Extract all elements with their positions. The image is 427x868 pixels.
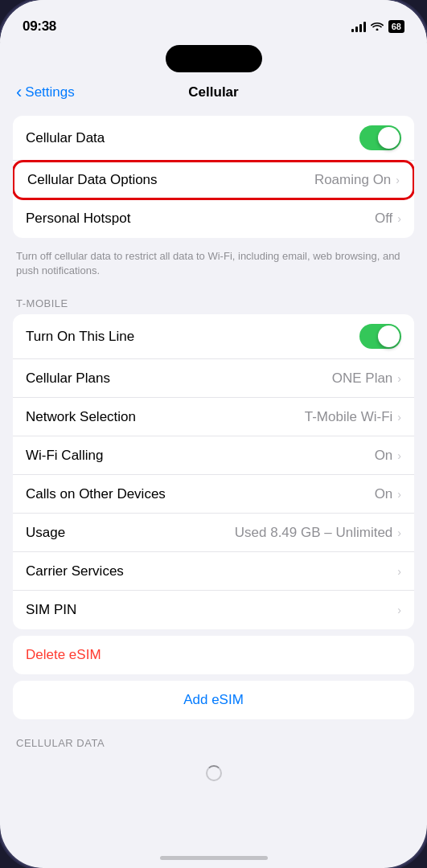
carrier-services-value: ›: [396, 565, 401, 578]
chevron-icon: ›: [397, 212, 401, 225]
top-settings-group: Cellular Data Cellular Data Options Roam…: [13, 116, 414, 238]
chevron-icon: ›: [397, 488, 401, 501]
home-indicator: [160, 856, 268, 860]
cellular-plans-row[interactable]: Cellular Plans ONE Plan ›: [13, 359, 414, 398]
cellular-plans-label: Cellular Plans: [26, 371, 332, 387]
loading-spinner: [206, 765, 222, 781]
toggle-knob: [378, 326, 400, 347]
sim-pin-label: SIM PIN: [26, 602, 396, 618]
chevron-icon: ›: [397, 565, 401, 578]
chevron-icon: ›: [397, 372, 401, 385]
chevron-icon: ›: [397, 604, 401, 616]
carrier-services-row[interactable]: Carrier Services ›: [13, 552, 414, 591]
phone-frame: 09:38 68: [0, 0, 427, 868]
toggle-knob: [378, 127, 400, 149]
personal-hotspot-value: Off ›: [375, 211, 401, 227]
chevron-icon: ›: [396, 174, 400, 186]
signal-icon: [351, 22, 366, 32]
chevron-icon: ›: [397, 411, 401, 424]
cellular-data-options-value: Roaming On ›: [314, 172, 400, 188]
turn-on-line-toggle[interactable]: [359, 324, 401, 349]
wifi-icon: [371, 20, 384, 33]
back-chevron-icon: ‹: [16, 82, 22, 103]
cellular-data-options-label: Cellular Data Options: [27, 172, 314, 188]
network-selection-label: Network Selection: [26, 409, 305, 425]
back-button[interactable]: ‹ Settings: [16, 82, 75, 103]
dynamic-island: [166, 45, 262, 72]
delete-esim-row[interactable]: Delete eSIM: [13, 636, 414, 674]
battery-icon: 68: [388, 20, 404, 33]
usage-label: Usage: [26, 525, 235, 541]
sim-pin-row[interactable]: SIM PIN ›: [13, 591, 414, 629]
sim-pin-value: ›: [396, 604, 401, 616]
phone-screen: 09:38 68: [0, 0, 427, 868]
calls-other-devices-label: Calls on Other Devices: [26, 486, 375, 502]
carrier-services-label: Carrier Services: [26, 563, 396, 579]
usage-row[interactable]: Usage Used 8.49 GB – Unlimited ›: [13, 514, 414, 552]
cellular-data-toggle[interactable]: [359, 125, 401, 150]
add-esim-row[interactable]: Add eSIM: [13, 681, 414, 719]
calls-other-devices-value: On ›: [375, 486, 401, 502]
cellular-data-label: Cellular Data: [26, 130, 359, 146]
tmobile-settings-group: Turn On This Line Cellular Plans ONE Pla…: [13, 314, 414, 629]
status-icons: 68: [351, 20, 404, 33]
network-selection-row[interactable]: Network Selection T-Mobile Wi-Fi ›: [13, 398, 414, 436]
add-esim-label: Add eSIM: [26, 692, 401, 708]
cellular-data-row[interactable]: Cellular Data: [13, 116, 414, 161]
page-title: Cellular: [188, 84, 238, 100]
turn-on-line-label: Turn On This Line: [26, 329, 359, 345]
personal-hotspot-row[interactable]: Personal Hotspot Off ›: [13, 199, 414, 238]
calls-other-devices-row[interactable]: Calls on Other Devices On ›: [13, 475, 414, 514]
wifi-calling-value: On ›: [375, 448, 401, 464]
cellular-data-options-row[interactable]: Cellular Data Options Roaming On ›: [13, 160, 414, 200]
network-selection-value: T-Mobile Wi-Fi ›: [305, 409, 401, 425]
status-time: 09:38: [23, 18, 56, 35]
content-area: Cellular Data Cellular Data Options Roam…: [0, 109, 427, 868]
wifi-calling-label: Wi-Fi Calling: [26, 448, 375, 464]
tmobile-section-label: T-MOBILE: [0, 286, 427, 314]
cellular-plans-value: ONE Plan ›: [332, 371, 401, 387]
back-label: Settings: [25, 84, 74, 100]
cellular-data-description: Turn off cellular data to restrict all d…: [0, 244, 427, 286]
add-esim-group: Add eSIM: [13, 681, 414, 719]
chevron-icon: ›: [397, 449, 401, 462]
nav-bar: ‹ Settings Cellular: [0, 72, 427, 109]
usage-value: Used 8.49 GB – Unlimited ›: [235, 525, 401, 541]
status-bar: 09:38 68: [0, 0, 427, 42]
cellular-data-loading: [0, 754, 427, 796]
chevron-icon: ›: [397, 526, 401, 539]
personal-hotspot-label: Personal Hotspot: [26, 211, 375, 227]
wifi-calling-row[interactable]: Wi-Fi Calling On ›: [13, 436, 414, 475]
delete-esim-label: Delete eSIM: [26, 647, 401, 663]
cellular-data-section-label: CELLULAR DATA: [0, 726, 427, 754]
turn-on-line-row[interactable]: Turn On This Line: [13, 314, 414, 359]
delete-esim-group: Delete eSIM: [13, 636, 414, 674]
